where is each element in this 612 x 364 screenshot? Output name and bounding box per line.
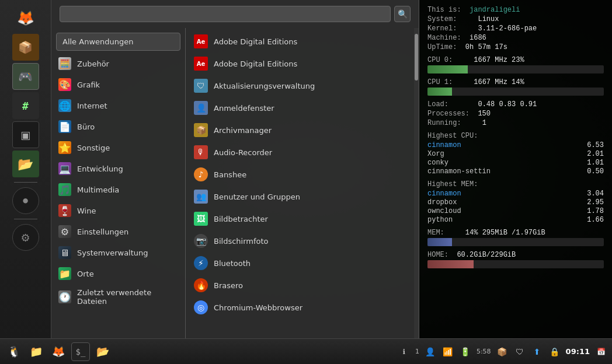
app-bildschirmfoto[interactable]: 📷 Bildschirmfoto [186,230,414,252]
sysmon-system-label: System: [427,15,457,23]
taskbar-tray-area: ℹ 1 👤 📶 🔋 5:58 📦 🛡 ⬆ 🔒 09:11 📅 [398,345,607,358]
sysmon-hmem-proc2: owncloud 1.78 [427,207,604,215]
category-buro[interactable]: 📄 Büro [51,116,185,137]
tray-network-icon[interactable]: 📶 [441,345,454,358]
tray-calendar-icon[interactable]: 📅 [594,345,607,358]
sidebar-icon-hashtag[interactable]: # [12,92,39,119]
anmeld-icon: 👤 [194,101,208,115]
sysmon-cpu1-line: CPU 1: 1667 MHz 14% [427,78,604,86]
sidebar-icon-camera-dark[interactable]: ⚫ [12,187,39,214]
sysmon-cpu1-label: CPU 1: [427,78,453,86]
scrollbar[interactable] [414,28,419,338]
app-archivmanager[interactable]: 📦 Archivmanager [186,119,414,141]
taskbar-start-button[interactable]: 🐧 [5,342,23,361]
category-orte[interactable]: 📁 Orte [51,263,185,284]
bildsch-icon: 📷 [194,234,208,248]
category-systemverwaltung[interactable]: 🖥 Systemverwaltung [51,242,185,263]
sidebar-icon-firefox[interactable]: 🦊 [12,5,39,32]
audio-icon: 🎙 [194,145,208,159]
app-bluetooth[interactable]: ⚡ Bluetooth [186,252,414,274]
sysmon-hcpu-val1: 2.01 [587,150,604,158]
archiv-icon: 📦 [194,123,208,137]
sysmon-mem-bar [427,238,452,246]
sysmon-running-label: Running: [427,119,461,127]
tray-time-small: 5:58 [477,348,491,355]
desktop: 🦊 📦 🎮 # ▣ 📂 ⚫ ⚙ 🔍 Alle Anwendungen 🧮 Zu [0,0,612,338]
sysmon-hcpu-val3: 0.50 [587,167,604,176]
taskbar-file-manager[interactable]: 📁 [27,342,46,361]
category-internet[interactable]: 🌐 Internet [51,95,185,116]
app-aktualisierung[interactable]: 🛡 Aktualisierungsverwaltung [186,75,414,97]
category-einstellungen[interactable]: ⚙ Einstellungen [51,221,185,242]
sysmon-cpu0-value: 1667 MHz 23% [474,56,524,64]
sidebar-icon-files[interactable]: 📦 [12,34,39,61]
sysmon-hmem-name0: cinnamon [427,190,461,198]
sysmon-highest-cpu-label: Highest CPU: [427,132,604,140]
app-brasero[interactable]: 🔥 Brasero [186,274,414,296]
bildsch-label: Bildschirmfoto [214,237,269,246]
category-zubehor[interactable]: 🧮 Zubehör [51,53,185,74]
sysmon-username: jandraligeli [470,6,520,14]
sidebar-icon-settings[interactable]: ⚙ [12,224,39,251]
app-anmeldefenster[interactable]: 👤 Anmeldefenster [186,97,414,119]
category-all-apps[interactable]: Alle Anwendungen [56,33,180,51]
sysmon-hmem-name1: dropbox [427,198,457,206]
category-grafik[interactable]: 🎨 Grafik [51,74,185,95]
sidebar-icon-games[interactable]: 🎮 [12,63,39,90]
category-entwicklung[interactable]: 💻 Entwicklung [51,158,185,179]
brasero-label: Brasero [214,281,243,290]
app-bildbetrachter[interactable]: 🖼 Bildbetrachter [186,208,414,230]
sysmon-mem-label: MEM: [427,229,444,237]
app-adobe1[interactable]: Ae Adobe Digital Editions [186,30,414,52]
sysmon-this-is-label: This is: [427,6,461,14]
category-multimedia[interactable]: 🎵 Multimedia [51,179,185,200]
zubehor-icon: 🧮 [58,57,71,70]
sysmon-cpu1-value: 1667 MHz 14% [474,78,524,86]
sysmon-hcpu-val0: 6.53 [587,141,604,149]
divider1 [14,182,37,183]
sidebar-icon-folder[interactable]: 📂 [12,150,39,177]
app-adobe2[interactable]: Ae Adobe Digital Editions [186,52,414,75]
sysmon-hmem-val3: 1.66 [587,216,604,224]
search-input[interactable] [60,6,391,22]
tray-update-icon[interactable]: ⬆ [531,345,544,358]
tray-lock-icon[interactable]: 🔒 [548,345,561,358]
bluetooth-label: Bluetooth [214,259,251,268]
tray-shield-icon[interactable]: 🛡 [513,345,526,358]
sysmon-home-bar-container [427,260,604,268]
adobe1-icon: Ae [194,34,208,48]
system-monitor: This is: jandraligeli System: Linux Kern… [419,0,612,338]
sidebar-icon-terminal[interactable]: ▣ [12,121,39,148]
sysmon-hmem-name3: python [427,216,453,224]
app-chromium[interactable]: ◎ Chromium-Webbrowser [186,296,414,318]
category-wine[interactable]: 🍷 Wine [51,200,185,221]
search-button[interactable]: 🔍 [394,6,411,22]
einstellungen-label: Einstellungen [77,228,128,236]
sysmon-cpu0-bar [427,65,468,74]
taskbar-folder[interactable]: 📂 [93,342,112,361]
tray-users-icon[interactable]: 👤 [424,345,437,358]
sysmon-kernel-value: 3.11-2-686-pae [478,24,537,33]
grafik-icon: 🎨 [58,78,71,91]
taskbar-terminal[interactable]: $_ [71,342,90,361]
tray-dropbox-icon[interactable]: 📦 [496,345,509,358]
sysmon-machine-line: Machine: i686 [427,34,604,42]
sysmon-cpu1-bar-container [427,88,604,96]
category-zuletzt[interactable]: 🕐 Zuletzt verwendete Dateien [51,284,185,310]
sysmon-hcpu-name0: cinnamon [427,141,461,149]
sysmon-uptime-label: UpTime: [427,43,457,51]
wine-icon: 🍷 [58,204,71,217]
sysmon-processes-value: 150 [478,110,491,118]
app-banshee[interactable]: ♪ Banshee [186,163,414,186]
sysmon-hmem-val0: 3.04 [587,190,604,198]
sysmon-hcpu-name1: Xorg [427,150,444,158]
app-benutzer-gruppen[interactable]: 👥 Benutzer und Gruppen [186,186,414,208]
taskbar-firefox[interactable]: 🦊 [49,342,68,361]
sonstige-label: Sonstige [77,144,110,152]
tray-info-icon[interactable]: ℹ [398,345,411,358]
tray-battery-icon[interactable]: 🔋 [459,345,472,358]
app-audio-recorder[interactable]: 🎙 Audio-Recorder [186,141,414,163]
sysmon-running-value: 1 [482,119,486,127]
scroll-thumb[interactable] [415,34,418,80]
category-sonstige[interactable]: ⭐ Sonstige [51,137,185,158]
